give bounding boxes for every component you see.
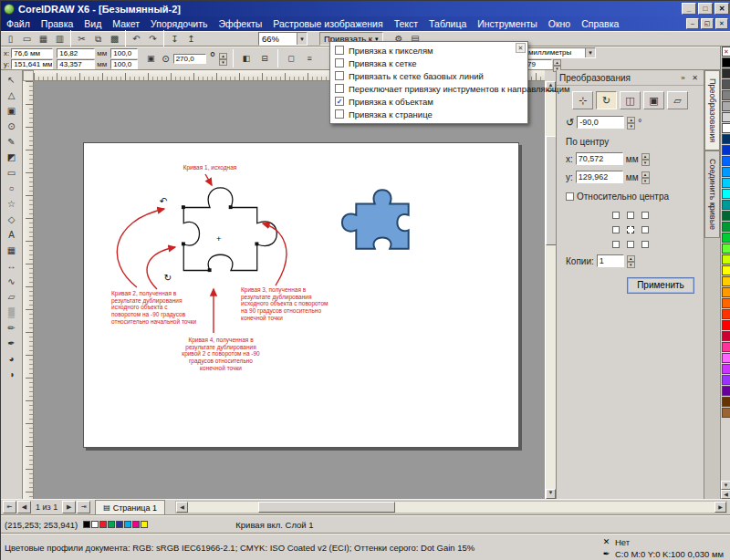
snap-item-baseline-grid[interactable]: Привязать к сетке базовых линий	[330, 69, 527, 82]
anchor-bottom-left[interactable]	[612, 241, 620, 248]
snap-item-grid[interactable]: Привязка к сетке	[330, 57, 527, 69]
relative-center-checkbox[interactable]	[566, 192, 574, 201]
object-properties-icon[interactable]: ≡	[302, 52, 317, 65]
transform-skew-button[interactable]: ▱	[667, 91, 688, 109]
interactive-fill-tool[interactable]: ◑	[4, 367, 20, 381]
units-combo[interactable]: миллиметры ▾	[525, 47, 596, 58]
checkbox-icon[interactable]	[335, 58, 344, 67]
document-page[interactable]: ↶ ↻ + Кривая 1, исходная Кривая	[83, 142, 519, 448]
anchor-top-left[interactable]	[612, 212, 620, 219]
zoom-tool[interactable]: ⊙	[4, 119, 20, 133]
scroll-down-icon[interactable]: ▼	[546, 489, 556, 499]
last-page-icon[interactable]: ⇥	[77, 501, 90, 513]
anchor-bottom-right[interactable]	[641, 241, 649, 248]
blue-puzzle-object[interactable]	[342, 190, 409, 249]
docker-x-spinner[interactable]	[641, 153, 650, 164]
dimension-tool[interactable]: ↔	[4, 258, 20, 273]
apply-button[interactable]: Применить	[627, 277, 694, 294]
chevron-down-icon[interactable]: ▾	[297, 33, 307, 45]
palette-color[interactable]	[722, 134, 730, 144]
rectangle-tool[interactable]: ▭	[4, 165, 20, 180]
docker-angle-field[interactable]: -90,0	[577, 116, 624, 129]
transparency-tool[interactable]: ▒	[4, 305, 20, 319]
docker-y-field[interactable]: 129,962	[576, 171, 623, 183]
scroll-right-icon[interactable]: ▶	[714, 502, 726, 513]
copy-button[interactable]: ⧉	[90, 32, 106, 46]
doc-close-button[interactable]: ✕	[715, 18, 728, 29]
first-page-icon[interactable]: ⇤	[3, 501, 16, 513]
palette-color[interactable]	[722, 123, 730, 133]
palette-color[interactable]	[722, 408, 730, 418]
palette-color[interactable]	[722, 298, 730, 308]
checkbox-icon[interactable]	[335, 71, 344, 80]
checkbox-icon[interactable]	[335, 46, 344, 55]
save-button[interactable]: ▦	[36, 32, 51, 46]
palette-color[interactable]	[722, 265, 730, 275]
object-width-field[interactable]: 16,82	[57, 48, 95, 58]
tab-join-curves[interactable]: Соединить кривые	[704, 150, 720, 238]
palette-color[interactable]	[722, 364, 730, 374]
anchor-top[interactable]	[627, 212, 634, 219]
import-button[interactable]: ↧	[167, 32, 182, 46]
palette-color[interactable]	[722, 178, 730, 188]
menu-edit[interactable]: Правка	[36, 16, 78, 31]
menu-text[interactable]: Текст	[389, 16, 423, 31]
eyedropper-tool[interactable]: ✏	[4, 320, 20, 335]
transform-rotate-button[interactable]: ↻	[596, 91, 617, 109]
menu-bitmaps[interactable]: Растровые изображения	[267, 16, 388, 31]
palette-color[interactable]	[722, 375, 730, 385]
palette-color[interactable]	[722, 320, 730, 330]
palette-color[interactable]	[722, 145, 730, 155]
scroll-left-icon[interactable]: ◀	[176, 502, 188, 513]
palette-color[interactable]	[722, 189, 730, 199]
lock-ratio-icon[interactable]: ▣	[143, 52, 158, 65]
menu-close-icon[interactable]: ✕	[516, 43, 526, 53]
annotation-curve3[interactable]: Кривая 3, полученная в результате дублир…	[241, 286, 328, 321]
annotation-curve1[interactable]: Кривая 1, исходная	[168, 164, 252, 171]
palette-color[interactable]	[722, 167, 730, 177]
prev-page-icon[interactable]: ◀	[17, 501, 31, 513]
palette-expand-icon[interactable]: ◀	[721, 490, 730, 499]
vertical-ruler[interactable]	[23, 81, 34, 499]
doc-restore-button[interactable]: ◱	[701, 18, 714, 29]
palette-color[interactable]	[722, 200, 730, 210]
menu-help[interactable]: Справка	[576, 16, 624, 31]
palette-color[interactable]	[91, 521, 99, 528]
docker-close-icon[interactable]: ✕	[689, 72, 701, 84]
next-page-icon[interactable]: ▶	[62, 501, 76, 513]
transform-scale-mirror-button[interactable]: ◫	[620, 91, 641, 109]
palette-color[interactable]	[722, 101, 730, 111]
crop-tool[interactable]: ▣	[4, 103, 20, 118]
freehand-tool[interactable]: ✎	[4, 134, 20, 149]
docker-y-spinner[interactable]	[641, 171, 650, 182]
palette-color[interactable]	[722, 331, 730, 341]
menu-tools[interactable]: Инструменты	[472, 16, 542, 31]
fill-tool[interactable]: ◕	[4, 351, 20, 366]
blend-tool[interactable]: ▱	[4, 289, 20, 304]
smart-fill-tool[interactable]: ◩	[4, 150, 20, 164]
menu-view[interactable]: Вид	[78, 16, 107, 31]
checkbox-checked-icon[interactable]: ✓	[335, 97, 344, 106]
palette-color[interactable]	[722, 342, 730, 352]
object-y-field[interactable]: 151,641 мм	[11, 59, 53, 69]
rotation-angle-field[interactable]: 270,0	[173, 54, 206, 64]
drawing-canvas[interactable]: ↶ ↻ + Кривая 1, исходная Кривая	[34, 81, 545, 499]
anchor-left[interactable]	[612, 226, 620, 233]
snap-item-pixels[interactable]: Привязка к пикселям	[330, 44, 527, 57]
nudge-field[interactable]: 79	[525, 59, 552, 69]
palette-color[interactable]	[83, 521, 90, 528]
anchor-point-grid[interactable]	[612, 212, 649, 248]
zoom-level-combo[interactable]: 66% ▾	[258, 32, 308, 46]
menu-effects[interactable]: Эффекты	[214, 16, 268, 31]
palette-color[interactable]	[124, 521, 131, 528]
anchor-right[interactable]	[641, 226, 649, 233]
paste-button[interactable]: ▩	[107, 32, 122, 46]
cut-button[interactable]: ✂	[74, 32, 89, 46]
horizontal-scroll-thumb[interactable]	[258, 502, 395, 513]
menu-table[interactable]: Таблица	[423, 16, 472, 31]
print-button[interactable]: ▥	[52, 32, 68, 46]
palette-color[interactable]	[722, 68, 730, 78]
palette-color[interactable]	[722, 57, 730, 67]
tab-transformations[interactable]: Преобразования	[704, 70, 720, 150]
docker-flyout-icon[interactable]: »	[677, 72, 689, 84]
